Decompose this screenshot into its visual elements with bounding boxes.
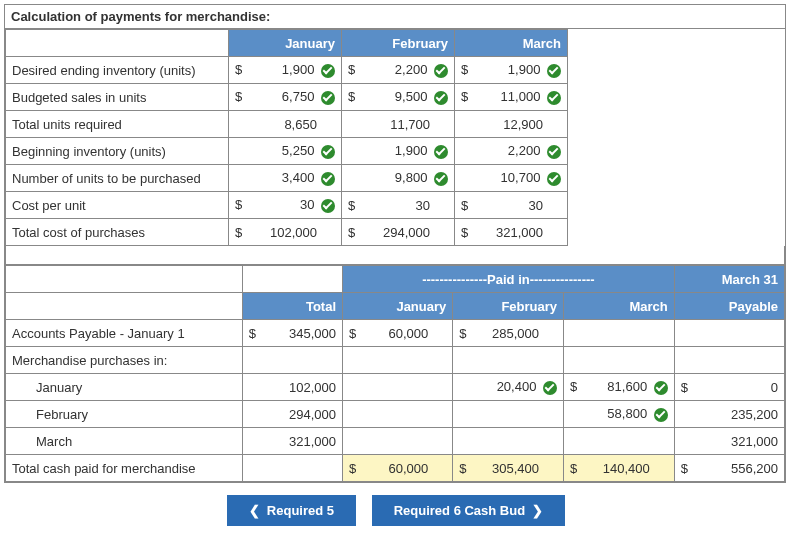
check-icon (434, 91, 448, 105)
row-budgeted-sales: Budgeted sales in units $6,750 $9,500 $1… (6, 84, 785, 111)
check-icon (321, 64, 335, 78)
row-purchases-february: February 294,000 58,800 235,200 (6, 401, 785, 428)
check-icon (547, 91, 561, 105)
next-button[interactable]: Required 6 Cash Bud ❯ (372, 495, 566, 526)
col-february: February (342, 30, 455, 57)
paid-in-header: ---------------Paid in--------------- (343, 266, 675, 293)
units-table: January February March Desired ending in… (5, 29, 785, 265)
row-beginning-inventory: Beginning inventory (units) 5,250 1,900 … (6, 138, 785, 165)
check-icon (547, 64, 561, 78)
row-units-to-purchase: Number of units to be purchased 3,400 9,… (6, 165, 785, 192)
check-icon (547, 172, 561, 186)
nav-buttons: ❮ Required 5 Required 6 Cash Bud ❯ (4, 483, 788, 538)
check-icon (321, 199, 335, 213)
chevron-left-icon: ❮ (249, 503, 260, 518)
row-purchases-march: March 321,000 321,000 (6, 428, 785, 455)
total-header: Total (242, 293, 342, 320)
check-icon (547, 145, 561, 159)
check-icon (321, 91, 335, 105)
col-january: January (229, 30, 342, 57)
row-purchases-january: January 102,000 20,400 $81,600 $0 (6, 374, 785, 401)
march31-header: March 31 (674, 266, 784, 293)
row-desired-ending-inventory: Desired ending inventory (units) $1,900 … (6, 57, 785, 84)
row-total-cost-purchases: Total cost of purchases $102,000 $294,00… (6, 219, 785, 246)
check-icon (434, 64, 448, 78)
row-total-units-required: Total units required 8,650 11,700 12,900 (6, 111, 785, 138)
section-title: Calculation of payments for merchandise: (5, 5, 785, 29)
payable-header: Payable (674, 293, 784, 320)
worksheet: Calculation of payments for merchandise:… (4, 4, 786, 483)
prev-button[interactable]: ❮ Required 5 (227, 495, 356, 526)
check-icon (654, 381, 668, 395)
chevron-right-icon: ❯ (532, 503, 543, 518)
payments-table: ---------------Paid in--------------- Ma… (5, 265, 785, 482)
row-accounts-payable: Accounts Payable - January 1 $345,000 $6… (6, 320, 785, 347)
row-total-cash-paid: Total cash paid for merchandise $60,000 … (6, 455, 785, 482)
check-icon (434, 172, 448, 186)
check-icon (654, 408, 668, 422)
check-icon (321, 145, 335, 159)
check-icon (321, 172, 335, 186)
col-march: March (455, 30, 568, 57)
row-merchandise-purchases-in: Merchandise purchases in: (6, 347, 785, 374)
check-icon (434, 145, 448, 159)
row-cost-per-unit: Cost per unit $30 $30 $30 (6, 192, 785, 219)
check-icon (543, 381, 557, 395)
